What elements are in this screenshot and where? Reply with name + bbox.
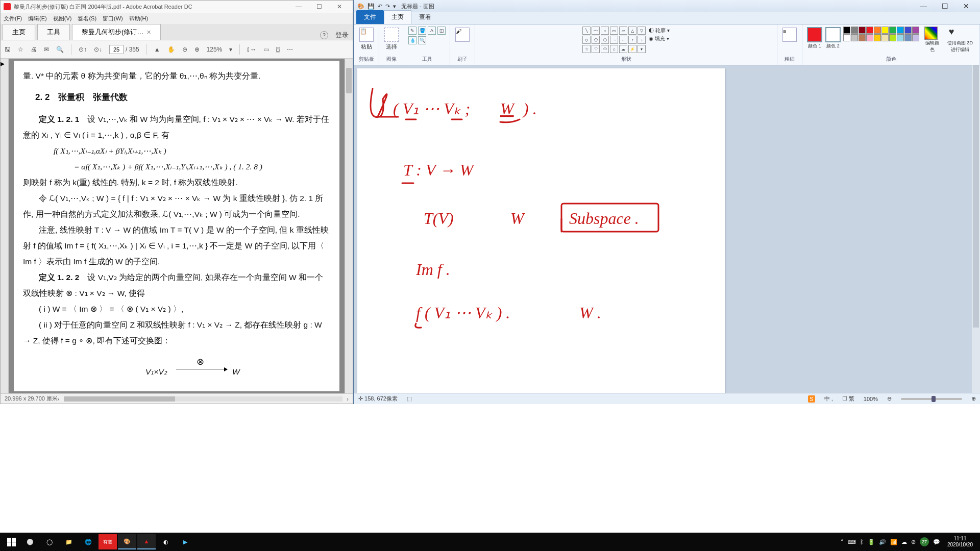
- paint-minimize-button[interactable]: —: [913, 2, 934, 10]
- menu-edit[interactable]: 编辑(E): [28, 15, 47, 22]
- qat-redo-icon[interactable]: ↷: [385, 3, 390, 10]
- print-icon[interactable]: 🖨: [31, 46, 37, 53]
- ime-trad[interactable]: ☐ 繁: [842, 395, 854, 403]
- palette-swatch[interactable]: [874, 34, 881, 41]
- palette-swatch[interactable]: [881, 34, 889, 41]
- palette-swatch[interactable]: [904, 27, 912, 34]
- paint-maximize-button[interactable]: ☐: [934, 2, 955, 10]
- pencil-tool-icon[interactable]: ✎: [408, 27, 416, 35]
- zoom-in-button[interactable]: ⊕: [971, 395, 976, 402]
- doc-tab[interactable]: 黎曼几何初步(修订… ✕: [72, 24, 161, 40]
- zoom-in-icon[interactable]: ⊕: [194, 46, 200, 53]
- hscroll-right-icon[interactable]: ›: [347, 396, 349, 402]
- palette-swatch[interactable]: [859, 27, 866, 34]
- minimize-button[interactable]: —: [288, 3, 309, 10]
- palette-swatch[interactable]: [889, 34, 896, 41]
- menu-sign[interactable]: 签名(S): [78, 15, 96, 22]
- palette-swatch[interactable]: [866, 27, 873, 34]
- color-2-button[interactable]: [825, 27, 841, 42]
- acrobat-horizontal-scrollbar[interactable]: [64, 396, 343, 402]
- shapes-gallery[interactable]: ╲〰○▭▱△▽ ◇⬠⬡→←↑↓ ☆♡⬭⌂☁⚡▾: [582, 27, 646, 53]
- tab-view[interactable]: 查看: [411, 10, 439, 24]
- paint-close-button[interactable]: ✕: [955, 2, 977, 10]
- qat-undo-icon[interactable]: ↶: [378, 3, 382, 10]
- ime-indicator[interactable]: S: [808, 395, 815, 403]
- paint-vertical-scrollbar[interactable]: [972, 65, 980, 393]
- size-button[interactable]: ≡: [782, 28, 797, 42]
- color-palette-row-2[interactable]: [843, 34, 919, 41]
- page-down-icon[interactable]: ⊙↓: [94, 46, 102, 53]
- tray-up-icon[interactable]: ˄: [841, 539, 844, 545]
- palette-swatch[interactable]: [904, 34, 912, 41]
- palette-swatch[interactable]: [843, 34, 850, 41]
- zoom-out-icon[interactable]: ⊖: [182, 46, 187, 53]
- maximize-button[interactable]: ☐: [309, 3, 329, 10]
- more-icon[interactable]: ⋯: [287, 46, 293, 53]
- start-button[interactable]: [2, 534, 20, 549]
- qat-save-icon[interactable]: 💾: [368, 3, 375, 10]
- palette-swatch[interactable]: [881, 27, 889, 34]
- eyedrop-tool-icon[interactable]: 💧: [408, 36, 416, 44]
- tray-input-icon[interactable]: ⌨: [848, 539, 856, 545]
- shape-outline-button[interactable]: ◐ 轮廓 ▾: [649, 27, 670, 35]
- tab-file[interactable]: 文件: [356, 10, 384, 24]
- read-mode-icon[interactable]: ⌼: [276, 46, 280, 53]
- page-up-icon[interactable]: ⊙↑: [79, 46, 87, 53]
- palette-swatch[interactable]: [851, 27, 858, 34]
- menu-help[interactable]: 帮助(H): [129, 15, 148, 22]
- tray-network-icon[interactable]: 📶: [890, 539, 897, 545]
- palette-swatch[interactable]: [851, 34, 858, 41]
- task-app-icon[interactable]: ◐: [157, 534, 175, 549]
- task-chrome-icon[interactable]: 🌐: [79, 534, 97, 549]
- eraser-tool-icon[interactable]: ◫: [437, 27, 446, 35]
- color-1-button[interactable]: [807, 27, 822, 42]
- star-icon[interactable]: ☆: [18, 46, 23, 53]
- paint-3d-button[interactable]: ♥: [945, 27, 958, 40]
- palette-swatch[interactable]: [912, 27, 919, 34]
- palette-swatch[interactable]: [874, 27, 881, 34]
- tray-volume-icon[interactable]: 🔊: [879, 539, 886, 545]
- hand-icon[interactable]: ✋: [167, 46, 175, 53]
- save-icon[interactable]: 🖫: [5, 46, 11, 53]
- login-link[interactable]: 登录: [335, 31, 349, 40]
- ime-mode[interactable]: 中 ,: [824, 395, 833, 403]
- tray-bluetooth-icon[interactable]: ᛒ: [860, 539, 864, 545]
- task-flutter-icon[interactable]: ▶: [176, 534, 194, 549]
- hscroll-left-icon[interactable]: ‹: [58, 396, 60, 402]
- tab-home[interactable]: 主页: [3, 24, 35, 40]
- zoom-dropdown-icon[interactable]: ▾: [229, 46, 232, 53]
- search-icon[interactable]: 🔍: [56, 46, 64, 53]
- task-youdao-icon[interactable]: 有道: [99, 534, 117, 549]
- tray-shield-icon[interactable]: ⊘: [911, 539, 916, 545]
- tray-cloud-icon[interactable]: ☁: [901, 539, 907, 545]
- acrobat-sidebar[interactable]: ▸: [1, 59, 9, 393]
- close-button[interactable]: ✕: [329, 3, 350, 10]
- paste-button[interactable]: 📋: [359, 28, 374, 42]
- tray-badge[interactable]: 27: [920, 537, 929, 546]
- tab-tools[interactable]: 工具: [37, 24, 70, 40]
- color-palette-row-1[interactable]: [843, 27, 919, 34]
- tray-battery-icon[interactable]: 🔋: [868, 539, 875, 545]
- task-paint-icon[interactable]: 🎨: [118, 534, 136, 549]
- paint-canvas[interactable]: ( V₁ ⋯ Vₖ ; W ) . T : V → W T(V) W Subsp…: [357, 68, 725, 393]
- fit-width-icon[interactable]: ⫿↔: [247, 46, 256, 53]
- palette-swatch[interactable]: [912, 34, 919, 41]
- palette-swatch[interactable]: [859, 34, 866, 41]
- taskbar-clock[interactable]: 11:11 2020/10/20: [944, 536, 976, 548]
- palette-swatch[interactable]: [897, 27, 904, 34]
- zoom-level[interactable]: 125%: [207, 46, 223, 53]
- page-number-input[interactable]: [109, 45, 124, 54]
- palette-swatch[interactable]: [866, 34, 873, 41]
- brush-button[interactable]: 🖌: [455, 28, 470, 42]
- help-icon[interactable]: ?: [320, 31, 328, 39]
- shape-fill-button[interactable]: ◉ 填充 ▾: [649, 35, 670, 43]
- text-tool-icon[interactable]: A: [428, 27, 436, 35]
- palette-swatch[interactable]: [843, 27, 850, 34]
- pointer-icon[interactable]: ▲: [154, 46, 160, 53]
- tab-main[interactable]: 主页: [384, 10, 411, 24]
- tray-notification-icon[interactable]: 💬: [933, 539, 940, 545]
- acrobat-vertical-scrollbar[interactable]: [345, 59, 353, 393]
- mail-icon[interactable]: ✉: [44, 46, 49, 53]
- task-explorer-icon[interactable]: 📁: [60, 534, 78, 549]
- zoom-slider[interactable]: [901, 398, 962, 400]
